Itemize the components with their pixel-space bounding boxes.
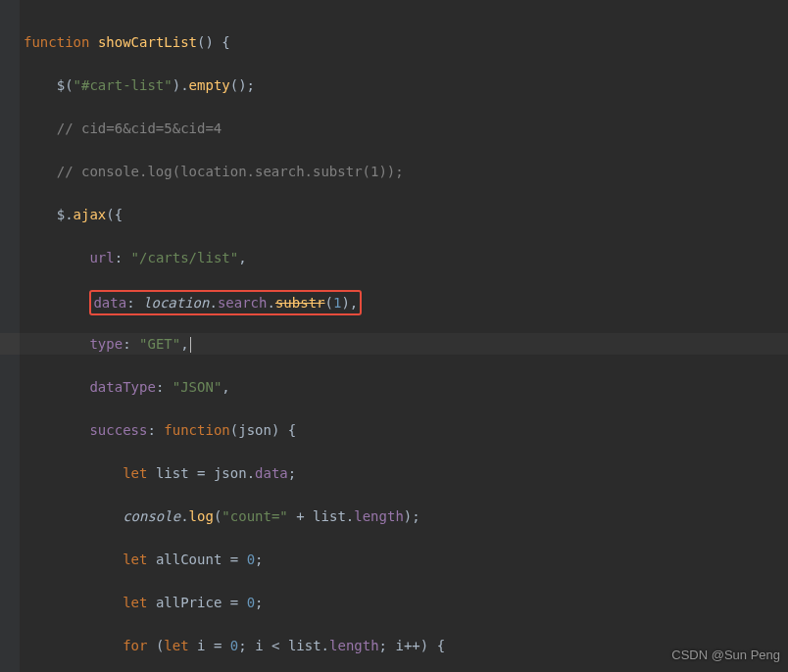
code-line[interactable]: success: function(json) { <box>0 419 788 441</box>
code-line[interactable]: let allPrice = 0; <box>0 592 788 613</box>
code-line-current[interactable]: type: "GET", <box>0 333 788 355</box>
code-line[interactable]: function showCartList() { <box>0 31 788 53</box>
code-line[interactable]: // cid=6&cid=5&cid=4 <box>0 118 788 139</box>
highlight-box: data: location.search.substr(1), <box>89 290 362 315</box>
code-line[interactable]: let allCount = 0; <box>0 549 788 570</box>
watermark: CSDN @Sun Peng <box>671 645 780 666</box>
code-line[interactable]: data: location.search.substr(1), <box>0 290 788 312</box>
code-line[interactable]: dataType: "JSON", <box>0 376 788 398</box>
code-line[interactable]: // console.log(location.search.substr(1)… <box>0 161 788 182</box>
code-line[interactable]: for (let i = 0; i < list.length; i++) { <box>0 635 788 656</box>
code-line[interactable]: console.log("count=" + list.length); <box>0 505 788 527</box>
code-line[interactable]: let list = json.data; <box>0 462 788 484</box>
code-line[interactable]: $("#cart-list").empty(); <box>0 74 788 96</box>
text-cursor <box>190 337 191 353</box>
code-editor[interactable]: function showCartList() { $("#cart-list"… <box>0 0 788 672</box>
code-line[interactable]: $.ajax({ <box>0 204 788 225</box>
code-line[interactable]: url: "/carts/list", <box>0 247 788 268</box>
